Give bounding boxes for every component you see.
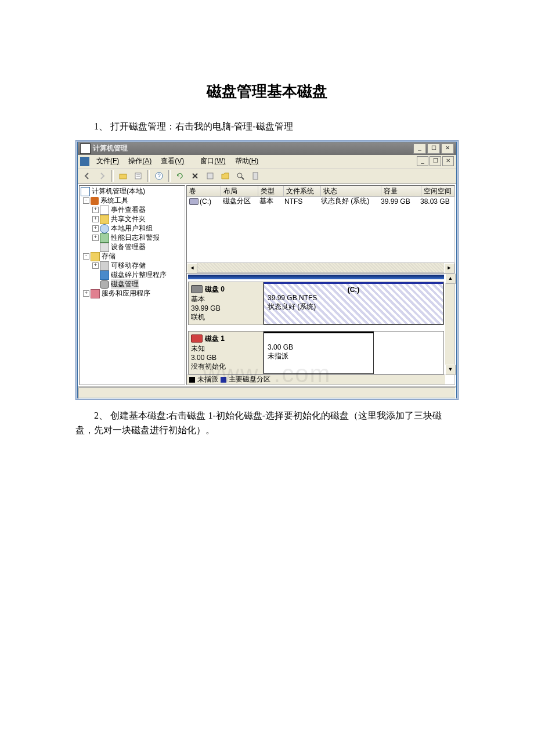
menu-help[interactable]: 帮助(H) <box>230 155 264 167</box>
expander[interactable]: - <box>83 197 89 204</box>
menu-window[interactable]: 窗口(W) <box>196 155 230 167</box>
disk1-info: 磁盘 1 未知 3.00 GB 没有初始化 <box>189 332 264 374</box>
svg-rect-6 <box>207 173 213 179</box>
scroll-up-button[interactable]: ▲ <box>445 273 456 284</box>
close-button[interactable]: ✕ <box>441 143 454 154</box>
menu-file[interactable]: 文件(F) <box>92 155 124 167</box>
paragraph-2: 2、 创建基本磁盘:右击磁盘 1-初始化磁盘-选择要初始化的磁盘（这里我添加了三… <box>75 408 459 438</box>
up-button[interactable] <box>116 169 130 183</box>
scroll-down-button[interactable]: ▼ <box>445 365 456 375</box>
forward-button[interactable] <box>95 169 109 183</box>
volume-icon <box>189 198 199 205</box>
mdi-restore-button[interactable]: ❐ <box>430 156 441 166</box>
disk0-info: 磁盘 0 基本 39.99 GB 联机 <box>189 282 264 325</box>
removable-icon <box>100 261 109 271</box>
expander[interactable]: + <box>92 216 99 222</box>
vol-name: (C:) <box>200 197 211 206</box>
part-c-name: (C:) <box>348 286 360 294</box>
scroll-right-button[interactable]: ► <box>444 263 454 273</box>
col-volume[interactable]: 卷 <box>187 186 221 196</box>
users-icon <box>100 224 109 233</box>
back-button[interactable] <box>80 169 94 183</box>
minimize-button[interactable]: _ <box>413 143 426 154</box>
menubar: 文件(F) 操作(A) 查看(V) 窗口(W) 帮助(H) _ ❐ ✕ <box>78 155 456 168</box>
titlebar: 计算机管理 _ ☐ ✕ <box>78 142 456 155</box>
legend-unalloc: 未指派 <box>197 375 218 384</box>
expander[interactable]: + <box>92 225 99 232</box>
expander[interactable]: + <box>83 290 89 297</box>
expander[interactable]: + <box>92 207 99 213</box>
svg-rect-0 <box>120 174 127 179</box>
tree-removable[interactable]: 可移动存储 <box>111 261 146 271</box>
col-status[interactable]: 状态 <box>321 186 381 196</box>
volume-row[interactable]: (C:) 磁盘分区 基本 NTFS 状态良好 (系统) 39.99 GB 38.… <box>187 197 454 206</box>
action-button[interactable] <box>203 169 217 183</box>
h-scrollbar[interactable]: ◄ ► <box>187 262 454 272</box>
partition-c[interactable]: (C:) 39.99 GB NTFS 状态良好 (系统) <box>264 282 443 325</box>
tree-event[interactable]: 事件查看器 <box>111 205 146 215</box>
expander[interactable]: - <box>83 253 89 260</box>
vol-type: 基本 <box>257 196 282 206</box>
nav-tree[interactable]: 计算机管理(本地) -系统工具 +事件查看器 +共享文件夹 +本地用户和组 +性… <box>79 185 185 385</box>
delete-button[interactable] <box>188 169 202 183</box>
disk-row-0[interactable]: 磁盘 0 基本 39.99 GB 联机 (C:) 39.99 GB NTFS 状… <box>188 282 444 325</box>
statusbar <box>78 386 456 398</box>
svg-rect-1 <box>135 173 141 179</box>
tree-systools[interactable]: 系统工具 <box>100 196 128 206</box>
expander[interactable]: + <box>92 262 99 269</box>
tree-device[interactable]: 设备管理器 <box>111 242 146 252</box>
mmc-window: 计算机管理 _ ☐ ✕ 文件(F) 操作(A) 查看(V) 窗口(W) 帮助(H… <box>77 142 457 398</box>
col-free[interactable]: 空闲空间 <box>421 186 454 196</box>
mdi-icon <box>80 157 89 166</box>
diskmap-header <box>188 275 444 279</box>
menu-action[interactable]: 操作(A) <box>124 155 156 167</box>
properties-button[interactable] <box>131 169 145 183</box>
partition-unallocated[interactable]: 3.00 GB 未指派 <box>264 332 374 374</box>
defrag-icon <box>100 271 109 280</box>
col-type[interactable]: 类型 <box>258 186 284 196</box>
open-button[interactable] <box>218 169 232 183</box>
help-button[interactable]: ? <box>152 169 166 183</box>
menu-view[interactable]: 查看(V) <box>156 155 189 167</box>
find-button[interactable] <box>233 169 247 183</box>
volume-list[interactable]: 卷 布局 类型 文件系统 状态 容量 空闲空间 (C:) 磁盘分区 基本 <box>186 185 455 273</box>
tree-shared[interactable]: 共享文件夹 <box>111 214 146 224</box>
vol-status: 状态良好 (系统) <box>319 196 378 206</box>
disk0-title: 磁盘 0 <box>205 285 225 293</box>
col-layout[interactable]: 布局 <box>221 186 258 196</box>
tree-services[interactable]: 服务和应用程序 <box>102 289 150 298</box>
vol-capacity: 39.99 GB <box>378 197 418 206</box>
col-fs[interactable]: 文件系统 <box>284 186 321 196</box>
window-title: 计算机管理 <box>93 143 413 153</box>
disk-row-1[interactable]: 磁盘 1 未知 3.00 GB 没有初始化 3.00 GB 未指派 <box>188 331 444 375</box>
tree-perf[interactable]: 性能日志和警报 <box>111 233 160 243</box>
tree-defrag[interactable]: 磁盘碎片整理程序 <box>111 270 167 280</box>
tree-diskmgmt[interactable]: 磁盘管理 <box>111 279 139 289</box>
expander[interactable]: + <box>92 235 99 241</box>
mdi-minimize-button[interactable]: _ <box>417 156 428 166</box>
v-scrollbar[interactable]: ▲ ▼ <box>445 273 454 375</box>
legend: 未指派 主要磁盘分区 <box>187 375 445 384</box>
settings-button[interactable] <box>248 169 262 183</box>
part-c-status: 状态良好 (系统) <box>268 302 439 312</box>
app-icon <box>80 143 91 154</box>
tree-users[interactable]: 本地用户和组 <box>111 224 153 233</box>
maximize-button[interactable]: ☐ <box>427 143 440 154</box>
svg-point-7 <box>237 173 242 178</box>
tree-root[interactable]: 计算机管理(本地) <box>92 186 145 196</box>
part-c-info: 39.99 GB NTFS <box>268 294 439 302</box>
vol-fs: NTFS <box>282 197 319 206</box>
legend-primary-swatch <box>221 377 226 383</box>
tree-storage[interactable]: 存储 <box>102 251 116 261</box>
refresh-button[interactable] <box>173 169 187 183</box>
svg-text:?: ? <box>157 173 161 179</box>
perf-icon <box>100 233 109 243</box>
vol-layout: 磁盘分区 <box>221 196 257 206</box>
svg-rect-9 <box>253 172 258 179</box>
folder-icon <box>100 215 109 224</box>
mdi-close-button[interactable]: ✕ <box>442 156 454 166</box>
disk-map[interactable]: ▲ ▼ 磁盘 0 基本 39.99 GB 联机 <box>186 273 455 385</box>
disk0-type: 基本 <box>191 294 261 304</box>
col-capacity[interactable]: 容量 <box>381 186 421 196</box>
scroll-left-button[interactable]: ◄ <box>187 263 197 273</box>
